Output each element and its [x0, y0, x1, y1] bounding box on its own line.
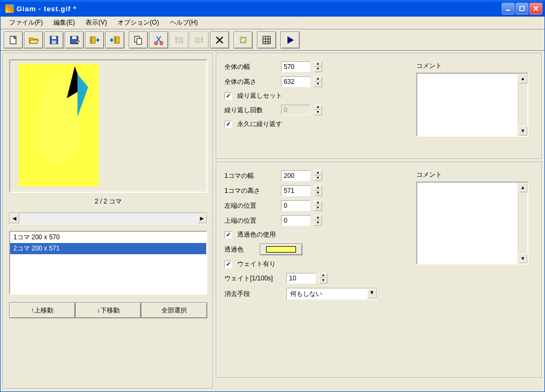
svg-point-21: [155, 42, 158, 44]
frame-width-input[interactable]: [281, 170, 310, 181]
spin-up[interactable]: ▲: [314, 215, 322, 221]
frame-top-input[interactable]: [281, 215, 310, 226]
export-button[interactable]: [105, 32, 124, 49]
scroll-track[interactable]: [19, 214, 197, 223]
scroll-left-button[interactable]: ◄: [10, 214, 19, 223]
spin-up[interactable]: ▲: [314, 200, 322, 206]
save-button[interactable]: [44, 32, 64, 49]
spin-down[interactable]: ▼: [314, 191, 322, 196]
global-width-input[interactable]: [281, 61, 310, 72]
svg-rect-17: [115, 40, 116, 41]
spin-down[interactable]: ▼: [314, 110, 322, 115]
svg-rect-12: [91, 38, 92, 39]
wait-label: ウェイト[1/100s]: [224, 274, 283, 283]
svg-rect-20: [137, 38, 142, 44]
global-height-input[interactable]: [281, 76, 310, 87]
transparent-color-button[interactable]: [260, 244, 302, 255]
minimize-button[interactable]: [502, 3, 515, 14]
titlebar[interactable]: Giam - test.gif * ✕: [1, 1, 544, 17]
frame-scrollbar[interactable]: ◄ ►: [9, 213, 207, 224]
play-button[interactable]: [281, 32, 300, 49]
new-button[interactable]: [4, 32, 23, 49]
color-swatch: [266, 246, 296, 253]
frame-item[interactable]: 1コマ 200 x 570: [10, 232, 206, 243]
import-button[interactable]: [85, 32, 104, 49]
spin-up[interactable]: ▲: [314, 76, 322, 82]
spin-up[interactable]: ▲: [314, 170, 322, 176]
svg-marker-33: [287, 36, 294, 44]
select-all-button[interactable]: 全部選択: [141, 302, 207, 318]
svg-rect-24: [175, 39, 177, 41]
frame-width-label: 1コマの幅: [224, 171, 278, 181]
preview-image: [19, 64, 99, 186]
svg-rect-28: [201, 39, 203, 41]
scroll-up-icon[interactable]: ▲: [518, 183, 527, 192]
menu-view[interactable]: 表示(V): [80, 17, 112, 28]
scroll-up-icon[interactable]: ▲: [518, 74, 527, 83]
frame-height-label: 1コマの高さ: [224, 186, 278, 195]
svg-rect-26: [179, 38, 183, 43]
chevron-down-icon[interactable]: ▼: [367, 289, 377, 299]
copy-button[interactable]: [129, 32, 148, 49]
wait-input[interactable]: [286, 273, 316, 284]
scroll-down-icon[interactable]: ▼: [518, 254, 527, 263]
transparent-use-label: 透過色の使用: [237, 230, 276, 239]
paste-after-button[interactable]: [190, 32, 209, 49]
move-down-button[interactable]: ↓下移動: [75, 302, 142, 318]
spin-up[interactable]: ▲: [314, 61, 322, 67]
svg-rect-14: [91, 41, 92, 42]
move-up-button[interactable]: ↑上移動: [9, 302, 75, 318]
spin-down[interactable]: ▼: [314, 67, 322, 72]
spin-down[interactable]: ▼: [314, 176, 322, 181]
saveas-button[interactable]: [65, 32, 84, 49]
wait-on-checkbox[interactable]: [224, 261, 232, 268]
scroll-down-icon[interactable]: ▼: [518, 126, 527, 136]
menu-edit[interactable]: 編集(E): [48, 17, 80, 28]
close-button[interactable]: ✕: [530, 3, 542, 14]
content: 2 / 2 コマ ◄ ► 1コマ 200 x 570 2コマ 200 x 571…: [1, 51, 544, 391]
svg-rect-13: [91, 40, 92, 41]
menu-options[interactable]: オプション(O): [112, 17, 164, 28]
menu-help[interactable]: ヘルプ(H): [165, 17, 204, 28]
scroll-right-button[interactable]: ►: [197, 214, 207, 223]
frame-list[interactable]: 1コマ 200 x 570 2コマ 200 x 571: [9, 231, 207, 295]
spin-up[interactable]: ▲: [314, 105, 322, 110]
delete-button[interactable]: [210, 32, 229, 49]
transparent-use-checkbox[interactable]: [224, 231, 232, 239]
svg-rect-7: [52, 36, 56, 39]
frame-item[interactable]: 2コマ 200 x 571: [10, 243, 206, 254]
frame-left-input[interactable]: [281, 200, 310, 211]
spin-down[interactable]: ▼: [314, 221, 322, 226]
spin-up[interactable]: ▲: [314, 185, 322, 191]
toolbar: [1, 29, 544, 51]
cut-button[interactable]: [149, 32, 168, 49]
crop-button[interactable]: [233, 32, 253, 49]
frame-top-label: 上端の位置: [224, 216, 278, 225]
frame-comment-input[interactable]: ▲▼: [416, 182, 528, 264]
loop-set-checkbox[interactable]: [224, 92, 232, 100]
svg-rect-23: [175, 37, 177, 38]
paste-before-button[interactable]: [169, 32, 189, 49]
spin-down[interactable]: ▼: [314, 206, 322, 211]
grid-button[interactable]: [257, 32, 276, 49]
open-button[interactable]: [24, 32, 43, 49]
frame-height-input[interactable]: [281, 185, 310, 196]
svg-point-22: [160, 42, 163, 44]
spin-up[interactable]: ▲: [319, 273, 328, 278]
svg-rect-1: [520, 6, 524, 11]
svg-rect-10: [72, 36, 76, 39]
loop-forever-checkbox[interactable]: [224, 121, 232, 128]
frame-counter: 2 / 2 コマ: [9, 193, 207, 210]
maximize-button[interactable]: [516, 3, 528, 14]
loop-count-input[interactable]: [281, 105, 310, 115]
global-comment-input[interactable]: ▲▼: [416, 73, 528, 137]
dispose-combo[interactable]: 何もしない▼: [286, 288, 377, 300]
svg-rect-0: [506, 10, 510, 11]
menu-file[interactable]: ファイル(F): [4, 17, 48, 28]
global-height-label: 全体の高さ: [224, 77, 278, 87]
left-panel: 2 / 2 コマ ◄ ► 1コマ 200 x 570 2コマ 200 x 571…: [3, 53, 214, 389]
spin-down[interactable]: ▼: [314, 82, 322, 87]
spin-down[interactable]: ▼: [319, 278, 328, 284]
loop-forever-label: 永久に繰り返す: [237, 120, 282, 129]
svg-rect-8: [52, 41, 56, 44]
